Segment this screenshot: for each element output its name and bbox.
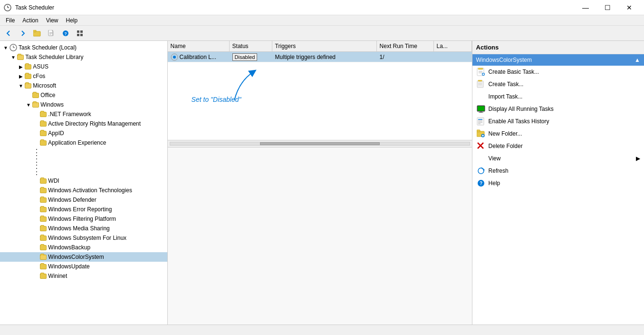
svg-rect-21 <box>478 68 483 69</box>
toolbar: ? <box>0 26 644 41</box>
svg-rect-28 <box>478 80 482 81</box>
tree-item-office[interactable]: Office <box>0 90 167 100</box>
tree-label-wdi: WDI <box>48 177 59 184</box>
action-help-label: Help <box>489 180 500 187</box>
tree-toggle-wsl[interactable] <box>32 234 40 242</box>
col-header-nextrun[interactable]: Next Run Time <box>377 41 434 51</box>
tree-item-defender[interactable]: Windows Defender <box>0 195 167 205</box>
tree-toggle-appid[interactable] <box>32 129 40 137</box>
tree-toggle-wcs[interactable] <box>32 253 40 261</box>
col-header-last[interactable]: La... <box>434 41 472 51</box>
tree-item-cfos[interactable]: ▶ cFos <box>0 71 167 81</box>
action-view[interactable]: View ▶ <box>472 152 644 165</box>
annotation-arrow <box>206 67 263 105</box>
tree-toggle-wer[interactable] <box>32 206 40 213</box>
tree-toggle-cfos[interactable]: ▶ <box>17 72 25 80</box>
action-section-wcs[interactable]: WindowsColorSystem ▲ <box>472 54 644 66</box>
ad-folder-icon <box>40 121 47 127</box>
tree-toggle-winupdate[interactable] <box>32 263 40 270</box>
tree-toggle-defender[interactable] <box>32 196 40 204</box>
help-toolbar-button[interactable]: ? <box>59 27 72 39</box>
action-enable-history[interactable]: Enable All Tasks History <box>472 115 644 128</box>
tree-item-net[interactable]: .NET Framework <box>0 109 167 119</box>
list-button[interactable] <box>73 27 87 39</box>
cell-triggers-0: Multiple triggers defined <box>272 52 377 62</box>
help-action-icon: ? <box>476 178 486 188</box>
tree-label-wcs: WindowsColorSystem <box>48 254 104 260</box>
tree-toggle-library[interactable]: ▼ <box>10 53 17 61</box>
svg-text:?: ? <box>480 181 482 186</box>
task-row-icon <box>171 53 178 61</box>
status-badge: Disabled <box>232 53 258 61</box>
tree-item-wsl[interactable]: Windows Subsystem For Linux <box>0 233 167 243</box>
tree-library[interactable]: ▼ Task Scheduler Library <box>0 52 167 62</box>
action-refresh[interactable]: Refresh <box>472 165 644 177</box>
tree-toggle-microsoft[interactable]: ▼ <box>17 82 25 89</box>
action-display-running[interactable]: Display All Running Tasks <box>472 103 644 115</box>
tree-root[interactable]: ▼ Task Scheduler (Local) <box>0 43 167 52</box>
tree-label-net: .NET Framework <box>48 111 91 118</box>
tree-toggle-net[interactable] <box>32 110 40 118</box>
close-button[interactable]: ✕ <box>618 0 640 15</box>
tree-toggle-root[interactable]: ▼ <box>2 44 10 51</box>
tree-toggle-appexp[interactable] <box>32 139 40 147</box>
action-new-folder[interactable]: New Folder... <box>472 128 644 140</box>
refresh-icon <box>476 166 486 176</box>
tree-item-appexp[interactable]: Application Experience <box>0 138 167 148</box>
tree-toggle-winbackup[interactable] <box>32 244 40 251</box>
action-create-task[interactable]: Create Task... <box>472 78 644 90</box>
tree-item-wfp[interactable]: Windows Filtering Platform <box>0 214 167 224</box>
tree-item-ad[interactable]: Active Directory Rights Management <box>0 119 167 128</box>
table-row[interactable]: Calibration L... Disabled Multiple trigg… <box>168 52 472 62</box>
status-bar <box>0 325 644 335</box>
tree-item-wms[interactable]: Windows Media Sharing <box>0 224 167 233</box>
back-button[interactable] <box>2 27 15 39</box>
action-import[interactable]: Import Task... <box>472 90 644 103</box>
forward-button[interactable] <box>16 27 29 39</box>
tree-toggle-asus[interactable]: ▶ <box>17 63 25 70</box>
tree-content[interactable]: ▼ Task Scheduler (Local) ▼ Task Schedule… <box>0 41 167 327</box>
tree-item-wininet[interactable]: Wininet <box>0 271 167 281</box>
tree-item-wcs[interactable]: WindowsColorSystem <box>0 252 167 262</box>
col-header-name[interactable]: Name <box>168 41 230 51</box>
windows-folder-icon <box>32 102 39 108</box>
tree-toggle-ad[interactable] <box>32 120 40 128</box>
action-create-basic[interactable]: Create Basic Task... <box>472 66 644 78</box>
col-header-triggers[interactable]: Triggers <box>272 41 377 51</box>
tree-toggle-wfp[interactable] <box>32 215 40 223</box>
tree-item-wer[interactable]: Windows Error Reporting <box>0 205 167 214</box>
wat-folder-icon <box>40 188 47 193</box>
cell-name-0: Calibration L... <box>168 52 230 62</box>
tree-item-asus[interactable]: ▶ ASUS <box>0 62 167 71</box>
tree-item-microsoft[interactable]: ▼ Microsoft <box>0 81 167 90</box>
doc-button[interactable] <box>45 27 58 39</box>
col-header-status[interactable]: Status <box>230 41 272 51</box>
tree-toggle-office[interactable] <box>25 91 32 99</box>
tree-toggle-wininet[interactable] <box>32 272 40 280</box>
menu-help[interactable]: Help <box>62 16 82 25</box>
menu-view[interactable]: View <box>42 16 62 25</box>
tree-item-wdi[interactable]: WDI <box>0 176 167 186</box>
minimize-button[interactable]: — <box>575 0 596 15</box>
action-help[interactable]: ? Help <box>472 177 644 189</box>
tree-item-winbackup[interactable]: WindowsBackup <box>0 243 167 252</box>
wms-folder-icon <box>40 226 47 231</box>
tree-item-windows[interactable]: ▼ Windows <box>0 100 167 109</box>
tree-toggle-wat[interactable] <box>32 187 40 194</box>
tree-toggle-windows[interactable]: ▼ <box>25 101 32 108</box>
appexp-folder-icon <box>40 140 47 146</box>
tree-item-appid[interactable]: AppID <box>0 128 167 138</box>
maximize-button[interactable]: ☐ <box>596 0 618 15</box>
menu-action[interactable]: Action <box>19 16 42 25</box>
action-delete-folder-label: Delete Folder <box>489 143 523 149</box>
folder-button[interactable] <box>30 27 44 39</box>
center-h-scrollbar[interactable] <box>168 140 472 148</box>
action-delete-folder[interactable]: Delete Folder <box>472 140 644 152</box>
menu-file[interactable]: File <box>2 16 19 25</box>
tree-toggle-wdi[interactable] <box>32 177 40 185</box>
collapse-icon: ▲ <box>634 57 640 63</box>
appid-folder-icon <box>40 131 47 136</box>
tree-toggle-wms[interactable] <box>32 225 40 232</box>
tree-item-winupdate[interactable]: WindowsUpdate <box>0 262 167 271</box>
tree-item-wat[interactable]: Windows Activation Technologies <box>0 186 167 195</box>
